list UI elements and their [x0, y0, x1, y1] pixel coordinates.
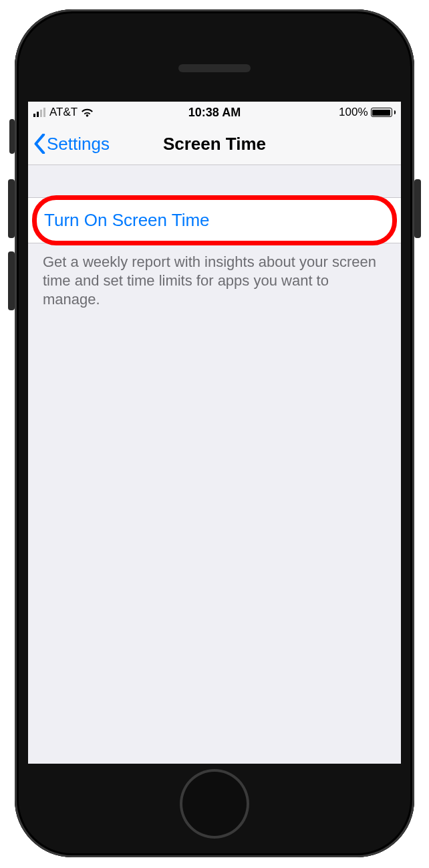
page-title: Screen Time: [163, 134, 266, 154]
status-time: 10:38 AM: [188, 106, 241, 120]
back-button[interactable]: Settings: [28, 134, 110, 154]
wifi-icon: [80, 107, 94, 118]
turn-on-screen-time-label: Turn On Screen Time: [44, 210, 210, 230]
volume-up-button: [8, 179, 15, 238]
status-bar: AT&T 10:38 AM 100%: [28, 102, 401, 123]
signal-strength-icon: [33, 108, 45, 117]
battery-icon: [371, 108, 396, 117]
volume-down-button: [8, 251, 15, 310]
carrier-label: AT&T: [49, 106, 78, 119]
turn-on-screen-time-cell[interactable]: Turn On Screen Time: [28, 197, 401, 243]
chevron-left-icon: [33, 134, 45, 154]
screen: AT&T 10:38 AM 100% Settings Screen Time …: [28, 102, 401, 764]
battery-percent-label: 100%: [339, 106, 368, 119]
power-button: [414, 179, 421, 238]
mute-switch: [9, 119, 15, 154]
content-area: Turn On Screen Time Get a weekly report …: [28, 165, 401, 764]
navigation-bar: Settings Screen Time: [28, 123, 401, 165]
back-button-label: Settings: [47, 134, 110, 154]
home-button[interactable]: [180, 769, 249, 839]
phone-speaker: [178, 64, 251, 72]
section-footer-text: Get a weekly report with insights about …: [28, 243, 401, 309]
